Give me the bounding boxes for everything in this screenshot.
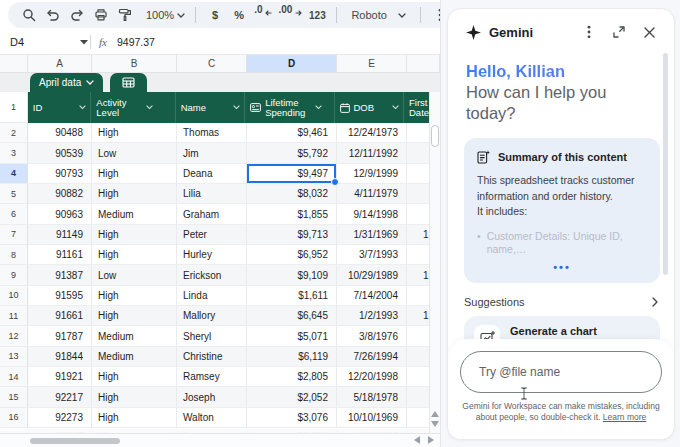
cell-dob[interactable]: 7/14/2004 [337,286,407,306]
cell-dob[interactable]: 12/24/1973 [337,123,407,143]
table-menu-button[interactable] [110,73,147,92]
cell-lifetime-spending[interactable]: $9,461 [247,123,337,143]
cell-id[interactable]: 90793 [28,164,92,184]
vertical-scroll-arrows[interactable] [430,411,440,427]
cell-activity-level[interactable]: Medium [92,347,177,367]
cell-dob[interactable]: 10/29/1989 [337,265,407,285]
more-formats-button[interactable]: 123 [306,4,328,26]
cell-dob[interactable]: 12/20/1998 [337,367,407,387]
cell-activity-level[interactable]: Low [92,265,177,285]
cell-activity-level[interactable]: High [92,164,177,184]
row-number[interactable]: 14 [0,367,28,387]
column-header-a[interactable]: A [28,55,92,72]
cell-id[interactable]: 91921 [28,367,92,387]
panel-scrollbar-thumb[interactable] [663,53,668,275]
cell-lifetime-spending[interactable]: $1,611 [247,286,337,306]
table-header-first-date[interactable]: First Date [404,92,429,123]
row-number[interactable]: 13 [0,347,28,367]
cell-id[interactable]: 91844 [28,347,92,367]
cell-name[interactable]: Christine [177,347,247,367]
column-header-c[interactable]: C [177,55,247,72]
cell-activity-level[interactable]: Low [92,143,177,163]
cell-dob[interactable]: 12/9/1999 [337,164,407,184]
cell-activity-level[interactable]: High [92,408,177,428]
cell-lifetime-spending[interactable]: $6,645 [247,306,337,326]
table-header-activity-level[interactable]: Activity Level [91,92,175,123]
gemini-more-options-icon[interactable] [578,21,600,43]
row-number[interactable]: 16 [0,408,28,428]
vertical-scrollbar[interactable] [429,92,440,433]
cell-id[interactable]: 92273 [28,408,92,428]
column-header-e[interactable]: E [337,55,407,72]
cell-name[interactable]: Deana [177,164,247,184]
cell-id[interactable]: 92217 [28,387,92,407]
cell-id[interactable]: 91149 [28,225,92,245]
cell-id[interactable]: 91661 [28,306,92,326]
horizontal-scroll-arrows[interactable] [414,436,434,444]
cell-lifetime-spending[interactable]: $6,952 [247,245,337,265]
row-number[interactable]: 8 [0,245,28,265]
row-number[interactable]: 10 [0,286,28,306]
cell-lifetime-spending[interactable]: $2,805 [247,367,337,387]
cell-id[interactable]: 91787 [28,326,92,346]
cell-name[interactable]: Walton [177,408,247,428]
row-number[interactable]: 5 [0,184,28,204]
cell-id[interactable]: 91161 [28,245,92,265]
cell-id[interactable]: 91595 [28,286,92,306]
cell-dob[interactable]: 1/31/1969 [337,225,407,245]
horizontal-scroll-thumb[interactable] [30,438,120,444]
cell-activity-level[interactable]: Medium [92,326,177,346]
row-number[interactable]: 15 [0,387,28,407]
select-all-corner[interactable] [0,55,28,72]
search-icon[interactable] [18,4,40,26]
format-percent-button[interactable]: % [228,4,250,26]
table-header-id[interactable]: ID [28,92,92,123]
cell-lifetime-spending[interactable]: $5,792 [247,143,337,163]
row-number[interactable]: 12 [0,326,28,346]
cell-dob[interactable]: 3/8/1976 [337,326,407,346]
cell-lifetime-spending[interactable]: $1,855 [247,204,337,224]
row-number[interactable]: 1 [0,92,28,123]
cell-dob[interactable]: 1/2/1993 [337,306,407,326]
row-number[interactable]: 2 [0,123,28,143]
cell-id[interactable]: 90488 [28,123,92,143]
cell-name[interactable]: Peter [177,225,247,245]
vertical-scroll-thumb[interactable] [431,125,439,147]
close-panel-icon[interactable] [638,21,660,43]
table-header-name[interactable]: Name [176,92,245,123]
column-header-d-selected[interactable]: D [247,55,337,72]
cell-id[interactable]: 91387 [28,265,92,285]
cell-lifetime-spending[interactable]: $2,052 [247,387,337,407]
cell-name[interactable]: Mallory [177,306,247,326]
cell-activity-level[interactable]: High [92,286,177,306]
summary-expand-button[interactable]: ••• [477,261,647,273]
cell-name[interactable]: Linda [177,286,247,306]
expand-panel-icon[interactable] [608,21,630,43]
cell-name[interactable]: Erickson [177,265,247,285]
horizontal-scrollbar[interactable] [0,433,440,447]
undo-icon[interactable] [42,4,64,26]
table-header-dob[interactable]: DOB [335,92,404,123]
cell-lifetime-spending[interactable]: $3,076 [247,408,337,428]
print-icon[interactable] [90,4,112,26]
table-header-lifetime-spending[interactable]: Lifetime Spending [245,92,334,123]
cell-name[interactable]: Ramsey [177,367,247,387]
cell-activity-level[interactable]: High [92,387,177,407]
cell-activity-level[interactable]: Medium [92,204,177,224]
cell-name[interactable]: Sheryl [177,326,247,346]
column-header-f[interactable] [407,55,440,72]
cell-id[interactable]: 90963 [28,204,92,224]
cell-id[interactable]: 90539 [28,143,92,163]
cell-lifetime-spending[interactable]: $8,032 [247,184,337,204]
row-number[interactable]: 4 [0,164,28,184]
prompt-input[interactable] [460,351,662,393]
cell-dob[interactable]: 3/7/1993 [337,245,407,265]
row-number[interactable]: 3 [0,143,28,163]
cell-dob[interactable]: 9/14/1998 [337,204,407,224]
cell-dob[interactable]: 12/11/1992 [337,143,407,163]
cell-lifetime-spending[interactable]: $6,119 [247,347,337,367]
cell-lifetime-spending[interactable]: $9,713 [247,225,337,245]
cell-id[interactable]: 90882 [28,184,92,204]
format-currency-button[interactable]: $ [204,4,226,26]
cell-dob[interactable]: 7/26/1994 [337,347,407,367]
